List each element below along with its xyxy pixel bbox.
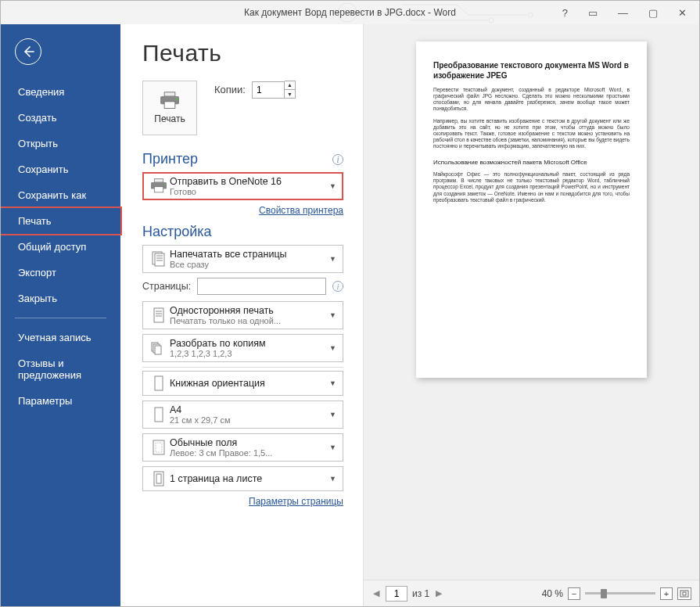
info-icon[interactable]: i (332, 154, 343, 165)
pages-input[interactable] (197, 278, 326, 295)
copies-input[interactable] (252, 81, 285, 99)
sidebar-item-account[interactable]: Учетная запись (1, 325, 120, 350)
chevron-down-icon: ▼ (326, 182, 338, 190)
sidebar-item-export[interactable]: Экспорт (1, 260, 120, 286)
printer-icon (149, 178, 168, 194)
main: Сведения Создать Открыть Сохранить Сохра… (1, 24, 699, 606)
svg-rect-10 (154, 187, 163, 192)
back-button[interactable] (15, 38, 41, 65)
svg-rect-8 (154, 179, 163, 182)
portrait-icon (150, 375, 167, 392)
one-per-sheet-icon (150, 470, 167, 487)
sidebar-item-saveas[interactable]: Сохранить как (1, 182, 120, 208)
preview-paragraph: Перевести текстовый документ, созданный … (433, 87, 630, 113)
pages-per-sheet-selector[interactable]: 1 страница на листе ▼ (142, 466, 343, 491)
svg-rect-31 (683, 592, 686, 595)
print-settings: Печать Печать Копии: (120, 24, 363, 606)
settings-section-title: Настройка (142, 224, 343, 240)
zoom-slider[interactable] (585, 592, 655, 594)
svg-point-11 (163, 184, 165, 185)
printer-icon (158, 92, 181, 110)
sidebar-item-close[interactable]: Закрыть (1, 286, 120, 311)
sidebar-item-save[interactable]: Сохранить (1, 156, 120, 182)
print-button-label: Печать (154, 113, 185, 124)
printer-selector[interactable]: Отправить в OneNote 16 Готово ▼ (142, 172, 343, 200)
page-blank-icon (150, 406, 167, 423)
printer-name: Отправить в OneNote 16 (170, 176, 326, 187)
slider-thumb[interactable] (601, 589, 607, 598)
chevron-down-icon: ▼ (326, 255, 338, 263)
chevron-down-icon: ▼ (326, 344, 338, 352)
sidebar-item-open[interactable]: Открыть (1, 131, 120, 156)
fit-page-icon (680, 590, 689, 598)
margins-selector[interactable]: Обычные поля Левое: 3 см Правое: 1,5... … (142, 433, 343, 462)
sidebar-item-options[interactable]: Параметры (1, 388, 120, 414)
collate-icon (150, 339, 167, 357)
sidebar-item-print[interactable]: Печать (1, 208, 120, 234)
sidebar-item-feedback[interactable]: Отзывы и предложения (1, 350, 120, 388)
page-title: Печать (142, 40, 343, 66)
collate-selector[interactable]: Разобрать по копиям 1,2,3 1,2,3 1,2,3 ▼ (142, 334, 343, 362)
svg-rect-4 (164, 92, 175, 96)
preview-title: Преобразование текстового документа MS W… (433, 61, 630, 81)
zoom-percent: 40 % (542, 588, 563, 599)
svg-rect-25 (155, 408, 163, 422)
word-backstage-window: Как документ Ворд перевести в JPG.docx -… (0, 0, 700, 607)
svg-rect-17 (154, 308, 163, 322)
preview-canvas: Преобразование текстового документа MS W… (364, 24, 699, 580)
sidebar-item-new[interactable]: Создать (1, 105, 120, 131)
page-single-icon (150, 307, 167, 324)
svg-rect-23 (155, 346, 161, 354)
page-setup-link[interactable]: Параметры страницы (142, 496, 343, 507)
svg-rect-13 (155, 253, 164, 266)
svg-rect-30 (680, 591, 688, 597)
page-number-input[interactable] (386, 586, 407, 602)
svg-point-3 (489, 18, 494, 23)
preview-subtitle: Использование возможностей пакета Micros… (433, 159, 630, 167)
print-button[interactable]: Печать (142, 81, 197, 135)
copies-down[interactable]: ▼ (285, 90, 295, 99)
svg-rect-24 (155, 376, 163, 390)
printer-status: Готово (170, 187, 326, 196)
printer-section-title: Принтер i (142, 151, 343, 167)
separator (142, 367, 343, 368)
preview-page: Преобразование текстового документа MS W… (416, 41, 647, 378)
backstage-sidebar: Сведения Создать Открыть Сохранить Сохра… (1, 24, 120, 606)
sidebar-separator (15, 318, 106, 318)
preview-paragraph: Майкрософт Офис — это полнофункциональны… (433, 171, 630, 203)
pages-label: Страницы: (142, 281, 191, 292)
page-total-label: из 1 (412, 588, 429, 599)
arrow-left-icon (22, 45, 34, 58)
sidebar-item-share[interactable]: Общий доступ (1, 234, 120, 260)
window-title: Как документ Ворд перевести в JPG.docx -… (1, 7, 699, 18)
pages-icon (150, 250, 167, 268)
copies-label: Копии: (214, 84, 246, 95)
copies-row: Копии: ▲ ▼ (214, 81, 296, 99)
zoom-in-button[interactable]: + (660, 587, 673, 600)
print-preview: Преобразование текстового документа MS W… (363, 24, 699, 606)
next-page-button[interactable]: ▶ (434, 588, 443, 598)
paper-size-selector[interactable]: A4 21 см x 29,7 см ▼ (142, 400, 343, 429)
printer-properties-link[interactable]: Свойства принтера (142, 205, 343, 216)
preview-paragraph: Например, вы хотите вставить изображение… (433, 118, 630, 150)
sidebar-item-info[interactable]: Сведения (1, 79, 120, 105)
info-icon[interactable]: i (332, 281, 343, 292)
zoom-fit-button[interactable] (677, 587, 691, 600)
chevron-down-icon: ▼ (326, 311, 338, 319)
orientation-selector[interactable]: Книжная ориентация ▼ (142, 371, 343, 396)
chevron-down-icon: ▼ (326, 444, 338, 451)
copies-up[interactable]: ▲ (285, 81, 295, 90)
chevron-down-icon: ▼ (326, 411, 338, 418)
titlebar: Как документ Ворд перевести в JPG.docx -… (1, 1, 699, 24)
svg-point-7 (175, 98, 177, 99)
margins-icon (150, 439, 167, 456)
preview-footer: ◀ из 1 ▶ 40 % − + (364, 580, 699, 606)
prev-page-button[interactable]: ◀ (372, 588, 381, 598)
svg-rect-6 (164, 102, 175, 109)
chevron-down-icon: ▼ (326, 379, 338, 387)
one-sided-selector[interactable]: Односторонняя печать Печатать только на … (142, 301, 343, 329)
content: Печать Печать Копии: (120, 24, 699, 606)
chevron-down-icon: ▼ (326, 475, 338, 483)
print-range-selector[interactable]: Напечатать все страницы Все сразу ▼ (142, 245, 343, 273)
zoom-out-button[interactable]: − (568, 587, 580, 600)
